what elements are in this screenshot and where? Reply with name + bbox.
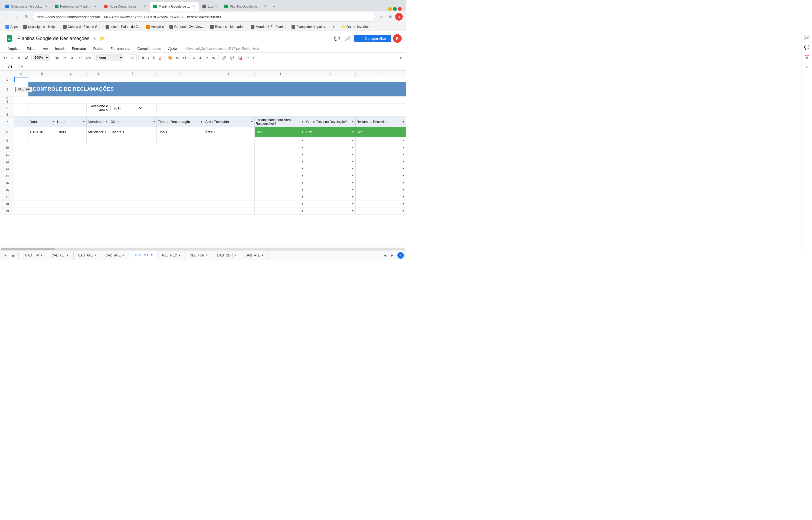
cell-I10[interactable]: ▼	[305, 144, 355, 151]
star-icon[interactable]: ☆	[92, 36, 96, 41]
menu-ferramentas[interactable]: Ferramentas	[107, 46, 134, 52]
filter-button[interactable]: ▽	[245, 54, 251, 61]
chat-button[interactable]: 💬	[333, 34, 341, 43]
tab-REL_FUN[interactable]: REL_FUN ▼	[186, 251, 213, 260]
cell-C5[interactable]	[56, 103, 86, 113]
cell-C7[interactable]: Hora ▼	[56, 116, 86, 127]
redo-button[interactable]: ↪	[9, 54, 15, 61]
cell-A2[interactable]: VOLTAR	[14, 82, 28, 97]
tab-prev-button[interactable]: ◀	[382, 252, 388, 259]
borders-button[interactable]: ⊞	[175, 54, 181, 61]
wrap-button[interactable]: ↵	[204, 54, 210, 61]
font-select[interactable]: Arial	[96, 54, 123, 61]
voltar-button[interactable]: VOLTAR	[16, 87, 33, 92]
cell-F8[interactable]: Tipo 1	[157, 127, 204, 137]
cell-B9[interactable]	[28, 137, 56, 144]
tab-DAS_ATE[interactable]: DAS_ATE ▼	[241, 251, 269, 260]
menu-inserir[interactable]: Inserir	[52, 46, 68, 52]
cell-A9[interactable]	[14, 137, 28, 144]
menu-complementos[interactable]: Complementos	[134, 46, 164, 52]
cell-A5[interactable]	[14, 103, 28, 113]
cell-D5[interactable]: Selecione o ano >	[86, 103, 109, 113]
folder-icon[interactable]: 📁	[100, 36, 105, 41]
cell-H9[interactable]: ▼	[254, 137, 305, 144]
function-button[interactable]: Σ	[251, 54, 257, 61]
user-avatar[interactable]: R	[393, 34, 402, 43]
tab-DAS_GER[interactable]: DAS_GER ▼	[213, 251, 241, 260]
strikethrough-button[interactable]: S	[151, 54, 157, 61]
cell-H13[interactable]: ▼	[254, 165, 305, 172]
cell-E5[interactable]: 2018	[109, 103, 157, 113]
tab-CAD_TIP[interactable]: CAD_TIP ▼	[21, 251, 47, 260]
cell-H10[interactable]: ▼	[254, 144, 305, 151]
fill-color-button[interactable]: 🎨	[166, 54, 174, 61]
formula-input[interactable]	[25, 64, 404, 70]
comment-button[interactable]: 💬	[228, 54, 236, 61]
cell-D8[interactable]: Atendente 1	[86, 127, 109, 137]
cell-I13[interactable]: ▼	[305, 165, 355, 172]
cell-F5[interactable]	[157, 103, 406, 113]
cell-J18[interactable]: ▼	[355, 201, 406, 207]
print-button[interactable]: 🖨	[16, 54, 23, 61]
tab-arrow-CAD_CLI[interactable]: ▼	[66, 254, 69, 257]
cell-A1[interactable]	[14, 77, 28, 82]
menu-dados[interactable]: Dados	[90, 46, 107, 52]
cell-J10[interactable]: ▼	[355, 144, 406, 151]
cell-H8[interactable]: Sim ▼	[254, 127, 305, 137]
activity-button[interactable]: 📈	[343, 34, 352, 43]
filter-icon-hora[interactable]: ▼	[83, 120, 85, 123]
cell-E8[interactable]: Cliente 1	[109, 127, 157, 137]
col-header-A[interactable]: A	[14, 71, 28, 77]
currency-button[interactable]: R$	[53, 54, 61, 61]
close-button[interactable]	[398, 7, 402, 11]
filter-icon-area[interactable]: ▼	[251, 120, 253, 123]
cell-J9[interactable]: ▼	[355, 137, 406, 144]
text-color-button[interactable]: A	[158, 54, 163, 61]
filter-icon-encaminhada[interactable]: ▼	[301, 120, 304, 123]
grid-scroll-area[interactable]: A B C D E F G H I J 1	[0, 71, 406, 247]
cell-I19[interactable]: ▼	[305, 207, 355, 214]
cell-F7[interactable]: Tipo da Reclamação ▼	[157, 116, 204, 127]
col-header-F[interactable]: F	[157, 71, 204, 77]
tab-arrow-CAD_ARE[interactable]: ▼	[122, 254, 124, 257]
bookmark-planejador[interactable]: Planejador de palav...	[289, 24, 330, 29]
cell-H11[interactable]: ▼	[254, 151, 305, 158]
cell-E7[interactable]: Cliente ▼	[109, 116, 157, 127]
cell-H17[interactable]: ▼	[254, 193, 305, 201]
cell-C9[interactable]	[56, 137, 86, 144]
tab-arrow-CAD_TIP[interactable]: ▼	[40, 254, 43, 257]
cell-J11[interactable]: ▼	[355, 151, 406, 158]
menu-arquivo[interactable]: Arquivo	[4, 46, 23, 52]
cell-A4[interactable]	[14, 100, 406, 103]
decimal2-button[interactable]: .00	[75, 54, 83, 61]
cell-J7[interactable]: Reclama... Resolvid... ▼	[355, 116, 406, 127]
col-header-B[interactable]: B	[28, 71, 56, 77]
cell-I16[interactable]: ▼	[305, 186, 355, 193]
filter-icon-reclama[interactable]: ▼	[402, 120, 404, 123]
format123-button[interactable]: 123	[84, 54, 93, 61]
cell-A6[interactable]	[14, 113, 406, 116]
cell-J8[interactable]: Sim	[355, 127, 406, 137]
tab-performance[interactable]: Performance Planilhas - Go... ✕	[51, 2, 100, 11]
cell-I18[interactable]: ▼	[305, 201, 355, 207]
tab-arrow-CON_REC[interactable]: ▼	[150, 254, 153, 257]
tab-close-4[interactable]: ✕	[193, 5, 195, 8]
tab-close-3[interactable]: ✕	[143, 5, 146, 8]
cell-B2-merged[interactable]: CONTROLE DE RECLAMAÇÕES	[28, 82, 406, 97]
bookmark-analytics[interactable]: Analytics	[144, 24, 166, 29]
italic-button[interactable]: I	[146, 54, 151, 61]
col-header-E[interactable]: E	[109, 71, 157, 77]
cell-reference[interactable]	[2, 64, 19, 70]
col-header-H[interactable]: H	[254, 71, 305, 77]
tab-fluxo[interactable]: Planilha Google de Fluxo d... ✕	[221, 2, 270, 11]
bookmark-inicio[interactable]: Início - Painel do C...	[103, 24, 143, 29]
year-selector[interactable]: 2018	[110, 105, 143, 111]
tab-planilha-reclamacoes[interactable]: Planilha Google de Reclam... ✕	[150, 2, 199, 11]
cell-A7[interactable]	[14, 116, 28, 127]
col-header-D[interactable]: D	[86, 71, 109, 77]
cell-I17[interactable]: ▼	[305, 193, 355, 201]
tab-close-5[interactable]: ✕	[215, 5, 217, 8]
profile-button[interactable]: R	[395, 13, 403, 21]
tab-arrow-DAS_ATE[interactable]: ▼	[261, 254, 264, 257]
cell-B7[interactable]: Data ▼	[28, 116, 56, 127]
